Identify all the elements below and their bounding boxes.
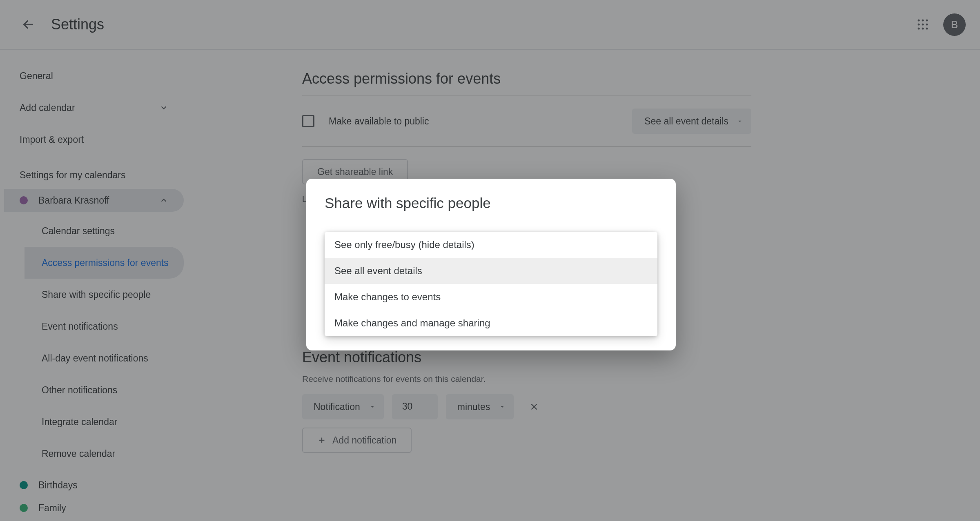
option-label: See all event details: [334, 265, 422, 277]
option-label: Make changes and manage sharing: [334, 317, 490, 329]
dialog-title: Share with specific people: [306, 179, 676, 224]
share-dialog: Share with specific people See only free…: [306, 179, 676, 350]
permission-option-freebusy[interactable]: See only free/busy (hide details): [325, 232, 657, 258]
permission-option-all-details[interactable]: See all event details: [325, 258, 657, 284]
option-label: Make changes to events: [334, 291, 441, 303]
permission-dropdown-menu: See only free/busy (hide details) See al…: [325, 232, 657, 336]
permission-option-manage-sharing[interactable]: Make changes and manage sharing: [325, 310, 657, 336]
option-label: See only free/busy (hide details): [334, 239, 474, 251]
permission-option-make-changes[interactable]: Make changes to events: [325, 284, 657, 310]
